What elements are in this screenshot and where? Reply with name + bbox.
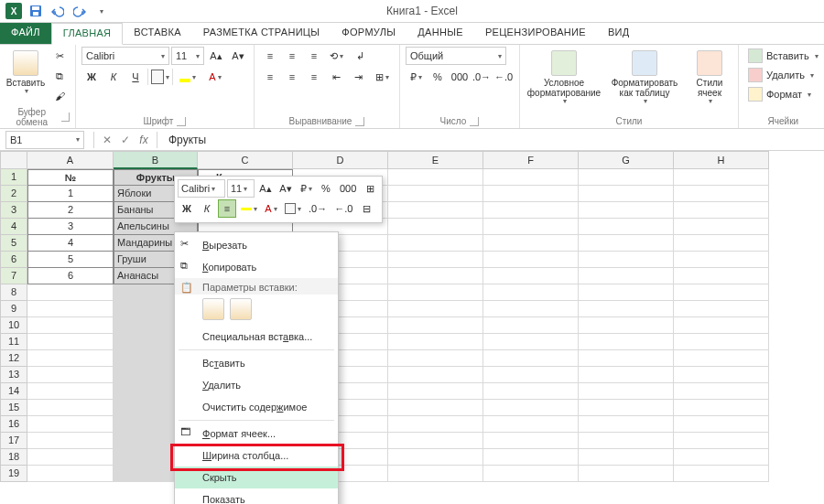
mini-font-name[interactable]: Calibri▾ [178, 179, 225, 198]
cell[interactable] [674, 433, 769, 449]
cell[interactable] [674, 268, 769, 284]
font-name-select[interactable]: Calibri▾ [81, 47, 169, 65]
cell[interactable] [483, 202, 579, 219]
cell[interactable] [388, 367, 483, 383]
column-header-A[interactable]: A [27, 151, 114, 169]
cell[interactable]: № [27, 169, 114, 186]
cell[interactable] [579, 301, 674, 317]
row-header[interactable]: 9 [0, 301, 27, 317]
align-bottom-icon[interactable]: ≡ [304, 47, 324, 65]
tab-data[interactable]: ДАННЫЕ [407, 23, 474, 44]
excel-app-icon[interactable]: X [4, 1, 24, 21]
format-as-table-button[interactable]: Форматировать как таблицу▾ [606, 47, 683, 106]
underline-button[interactable]: Ч [125, 68, 146, 86]
accounting-format-icon[interactable]: ₽▾ [406, 68, 426, 86]
bold-button[interactable]: Ж [81, 68, 102, 86]
column-header-H[interactable]: H [674, 151, 769, 169]
cell[interactable]: 4 [27, 235, 114, 252]
mini-increase-font-icon[interactable]: A▴ [256, 179, 275, 198]
cell[interactable] [27, 284, 114, 301]
align-middle-icon[interactable]: ≡ [282, 47, 302, 65]
cell[interactable] [483, 466, 579, 482]
select-all-corner[interactable] [0, 151, 27, 169]
format-painter-icon[interactable]: 🖌 [49, 87, 70, 105]
cell[interactable] [483, 416, 579, 433]
cell[interactable] [579, 400, 674, 416]
mini-font-color-icon[interactable]: A▾ [262, 199, 280, 218]
cell[interactable] [674, 252, 769, 268]
cell[interactable] [483, 449, 579, 466]
cell[interactable] [27, 449, 114, 466]
comma-format-icon[interactable]: 000 [450, 68, 470, 86]
cell[interactable] [388, 350, 483, 367]
copy-icon[interactable]: ⧉ [49, 67, 70, 85]
cell[interactable] [388, 383, 483, 400]
cell[interactable] [579, 367, 674, 383]
cell[interactable] [483, 301, 579, 317]
cell[interactable] [579, 284, 674, 301]
row-header[interactable]: 14 [0, 383, 27, 400]
ctx-paste-special[interactable]: Специальная вставка... [175, 326, 338, 348]
cell[interactable] [27, 383, 114, 400]
mini-decrease-font-icon[interactable]: A▾ [276, 179, 295, 198]
cell[interactable] [674, 383, 769, 400]
cell[interactable] [579, 416, 674, 433]
percent-format-icon[interactable]: % [428, 68, 448, 86]
cell[interactable] [483, 433, 579, 449]
cell[interactable] [27, 367, 114, 383]
number-dialog-launcher-icon[interactable] [470, 117, 479, 126]
cell[interactable] [483, 186, 579, 202]
column-header-E[interactable]: E [388, 151, 483, 169]
cell[interactable] [27, 466, 114, 482]
mini-increase-decimal-icon[interactable]: .0→ [306, 199, 330, 218]
cell[interactable] [674, 284, 769, 301]
decrease-decimal-icon[interactable]: ←.0 [493, 68, 514, 86]
cell[interactable] [579, 383, 674, 400]
cell[interactable] [674, 202, 769, 219]
cell[interactable]: 1 [27, 186, 114, 202]
mini-comma-icon[interactable]: 000 [337, 179, 359, 198]
mini-percent-icon[interactable]: % [317, 179, 335, 198]
increase-indent-icon[interactable]: ⇥ [348, 68, 368, 86]
row-header[interactable]: 5 [0, 235, 27, 252]
cell[interactable]: 5 [27, 252, 114, 268]
cell[interactable] [674, 466, 769, 482]
mini-align-center-icon[interactable]: ≡ [218, 199, 236, 218]
font-size-select[interactable]: 11▾ [171, 47, 204, 65]
row-header[interactable]: 4 [0, 219, 27, 235]
increase-font-icon[interactable]: A▴ [206, 47, 226, 65]
cell[interactable] [674, 449, 769, 466]
mini-fill-color-icon[interactable]: ▾ [238, 199, 260, 218]
clipboard-dialog-launcher-icon[interactable] [61, 113, 70, 122]
ctx-show[interactable]: Показать [175, 488, 338, 504]
cell[interactable] [674, 235, 769, 252]
save-icon[interactable] [26, 1, 46, 21]
cell[interactable] [388, 219, 483, 235]
tab-view[interactable]: ВИД [597, 23, 641, 44]
cell[interactable] [579, 235, 674, 252]
tab-file[interactable]: ФАЙЛ [0, 23, 51, 44]
number-format-select[interactable]: Общий▾ [406, 47, 506, 65]
column-header-F[interactable]: F [483, 151, 579, 169]
row-header[interactable]: 17 [0, 433, 27, 449]
tab-review[interactable]: РЕЦЕНЗИРОВАНИЕ [474, 23, 597, 44]
cell[interactable] [579, 219, 674, 235]
cancel-formula-icon[interactable]: ✕ [98, 134, 116, 146]
cell[interactable] [27, 301, 114, 317]
cell[interactable] [388, 252, 483, 268]
cell[interactable] [27, 350, 114, 367]
mini-font-size[interactable]: 11▾ [227, 179, 255, 198]
cell[interactable] [388, 466, 483, 482]
decrease-font-icon[interactable]: A▾ [228, 47, 248, 65]
row-header[interactable]: 19 [0, 466, 27, 482]
cell[interactable]: 3 [27, 219, 114, 235]
cell[interactable] [674, 169, 769, 186]
cell[interactable] [483, 235, 579, 252]
fill-color-icon[interactable]: ▾ [175, 68, 201, 86]
cell[interactable] [483, 252, 579, 268]
cell[interactable] [483, 383, 579, 400]
cell[interactable] [483, 219, 579, 235]
row-header[interactable]: 1 [0, 169, 27, 186]
cell-styles-button[interactable]: Стили ячеек▾ [687, 47, 732, 106]
cell[interactable] [388, 235, 483, 252]
